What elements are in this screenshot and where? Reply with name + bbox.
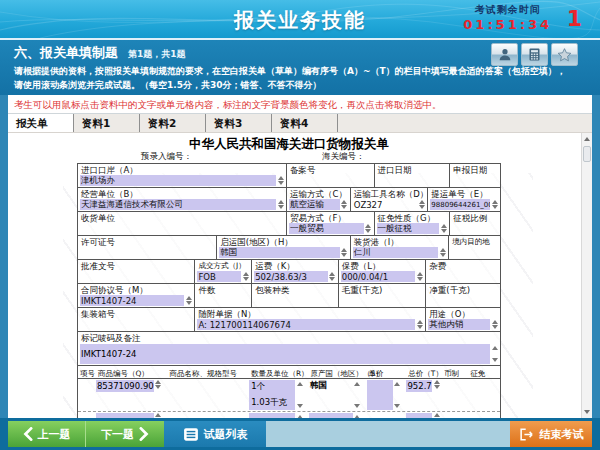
next-question-button[interactable]: 下一题 xyxy=(86,421,164,447)
tab-declaration-form[interactable]: 报关单 xyxy=(8,114,74,132)
favorite-button[interactable] xyxy=(551,43,578,66)
field-value[interactable]: IMKT1407-24 xyxy=(80,295,184,306)
calculator-button[interactable] xyxy=(521,43,548,66)
field-value[interactable]: IMKT1407-24 xyxy=(80,344,490,364)
spinner-icon[interactable] xyxy=(295,380,304,410)
spinner-icon[interactable] xyxy=(490,319,499,330)
field-label: 用途（O） xyxy=(426,308,500,319)
field-value[interactable]: OZ327 xyxy=(353,199,418,210)
field-transport-mode: 运输方式（C） 航空运输 xyxy=(287,188,351,211)
end-exam-label: 结束考试 xyxy=(540,427,584,442)
spinner-icon[interactable] xyxy=(340,199,349,210)
previous-question-button[interactable]: 上一题 xyxy=(8,421,86,447)
field-transport-name: 运输工具名称（D） OZ327 xyxy=(351,188,429,211)
field-gross-weight: 毛重(千克) xyxy=(339,284,427,307)
field-label: 包装种类 xyxy=(252,284,338,295)
field-label: 备案号 xyxy=(287,164,374,175)
user-button[interactable] xyxy=(491,43,518,66)
field-value[interactable]: 502/38.63/3 xyxy=(254,271,328,282)
spinner-icon[interactable] xyxy=(241,271,250,282)
spinner-icon[interactable] xyxy=(438,247,447,258)
goods-table-header: 项号 商品编号（Q） 商品名称、规格型号 数量及单位（R） 原产国（地区）（S）… xyxy=(78,366,500,379)
spinner-icon[interactable] xyxy=(276,175,285,186)
spinner-icon[interactable] xyxy=(415,271,424,282)
field-contract-no: 合同协议号（M） IMKT1407-24 xyxy=(78,284,195,307)
field-transaction-mode: 成交方式（J） FOB xyxy=(195,260,252,283)
list-icon xyxy=(183,427,199,442)
field-pieces: 件数 xyxy=(195,284,252,307)
goods-row: 85371090.90 1个 1.03千克 韩国 xyxy=(78,379,500,411)
spinner-icon[interactable] xyxy=(490,199,499,210)
spinner-icon[interactable] xyxy=(393,380,402,410)
spinner-icon[interactable] xyxy=(340,247,349,258)
field-insurance: 保费（L） 000/0.04/1 xyxy=(339,260,427,283)
col-total-price: 总价（T） xyxy=(406,366,442,378)
spinner-icon[interactable] xyxy=(276,199,285,210)
field-value[interactable]: 其他内销 xyxy=(428,319,490,330)
field-value[interactable]: 一般征税 xyxy=(377,223,440,234)
pre-entry-no-label: 预录入编号： xyxy=(141,151,192,162)
scroll-down-icon[interactable] xyxy=(582,407,592,417)
goods-unit-price-cell[interactable] xyxy=(367,380,393,410)
spinner-icon[interactable] xyxy=(184,295,193,306)
field-value[interactable]: A: 121700114067674 xyxy=(197,319,415,330)
field-value[interactable]: 天津益海通信技术有限公司 xyxy=(80,199,276,210)
field-value[interactable]: 韩国 xyxy=(219,247,339,258)
field-declare-date: 申报日期 xyxy=(450,164,500,187)
field-label: 运输方式（C） xyxy=(287,188,350,199)
spinner-icon[interactable] xyxy=(432,380,441,389)
tab-material-4[interactable]: 资料4 xyxy=(272,114,338,132)
tab-material-3[interactable]: 资料3 xyxy=(206,114,272,132)
scroll-up-icon[interactable] xyxy=(582,134,592,144)
field-trade-mode: 贸易方式（F） 一般贸易 xyxy=(287,212,375,235)
field-label: 启运国(地区)（H） xyxy=(217,236,349,247)
field-loading-port: 装货港（I） 仁川 xyxy=(351,236,450,259)
spinner-icon[interactable] xyxy=(415,319,424,330)
spinner-icon[interactable] xyxy=(490,344,499,364)
goods-qty-value: 1个 xyxy=(251,381,293,393)
field-label: 集装箱号 xyxy=(78,308,194,319)
field-label: 件数 xyxy=(195,284,251,295)
field-value[interactable]: 000/0.04/1 xyxy=(341,271,416,282)
col-commodity-code: 商品编号（Q） xyxy=(96,366,168,378)
field-label: 随附单据（N） xyxy=(195,308,425,319)
field-tax-nature: 征免性质（G） 一般征税 xyxy=(375,212,451,235)
spinner-icon[interactable] xyxy=(154,380,163,389)
col-item-no: 项号 xyxy=(78,366,96,378)
field-value[interactable]: 航空运输 xyxy=(289,199,340,210)
spinner-icon[interactable] xyxy=(364,223,373,234)
scrollbar-thumb[interactable] xyxy=(583,146,591,162)
field-value[interactable]: 98809644261_00285953 xyxy=(430,199,490,210)
field-value[interactable]: 津机场办 xyxy=(80,175,276,186)
question-list-button[interactable]: 试题列表 xyxy=(164,421,266,447)
end-exam-button[interactable]: 结束考试 xyxy=(510,421,592,447)
goods-total-value[interactable]: 952.7 xyxy=(406,380,432,392)
spinner-icon[interactable] xyxy=(328,271,337,282)
field-label: 成交方式（J） xyxy=(195,260,251,271)
tab-material-2[interactable]: 资料2 xyxy=(140,114,206,132)
field-net-weight: 净重(千克) xyxy=(426,284,500,307)
goods-qty-block[interactable]: 1个 1.03千克 xyxy=(249,380,295,410)
field-label: 收货单位 xyxy=(78,212,286,223)
question-list-label: 试题列表 xyxy=(204,427,248,442)
spinner-icon[interactable] xyxy=(417,199,426,210)
field-label: 运费（K） xyxy=(252,260,338,271)
field-value[interactable]: 仁川 xyxy=(353,247,439,258)
timer-value: 01:51:34 xyxy=(463,17,552,32)
field-bill-no: 提运单号（E） 98809644261_00285953 xyxy=(428,188,500,211)
field-label: 提运单号（E） xyxy=(428,188,500,199)
goods-origin-value[interactable]: 韩国 xyxy=(309,380,353,392)
tab-material-1[interactable]: 资料1 xyxy=(74,114,140,132)
tab-bar: 报关单 资料1 资料2 资料3 资料4 xyxy=(8,114,592,133)
goods-code-value[interactable]: 85371090.90 xyxy=(96,380,154,392)
field-value[interactable]: 一般贸易 xyxy=(289,223,364,234)
spinner-icon[interactable] xyxy=(353,380,362,410)
field-label: 运输工具名称（D） xyxy=(351,188,428,199)
spinner-icon[interactable] xyxy=(439,223,448,234)
timer-label: 考试剩余时间 xyxy=(463,3,552,17)
vertical-scrollbar[interactable] xyxy=(581,133,592,418)
field-value[interactable]: FOB xyxy=(197,271,241,282)
app-header: 报关业务技能 考试剩余时间 01:51:34 1 xyxy=(0,0,600,38)
field-import-port: 进口口岸（A） 津机场办 xyxy=(78,164,287,187)
col-currency: 币制 xyxy=(442,366,468,378)
